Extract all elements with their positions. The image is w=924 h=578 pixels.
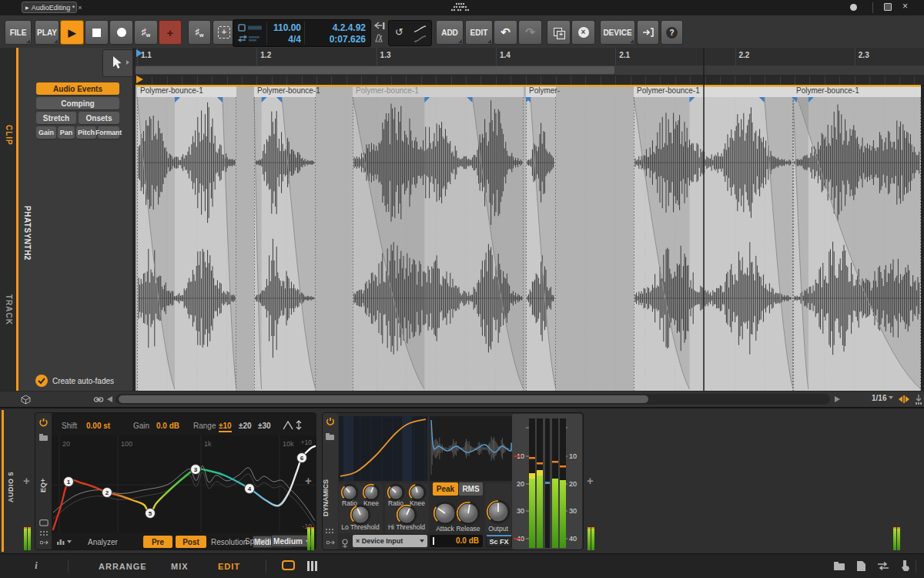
file-icon[interactable] bbox=[856, 560, 866, 572]
horizontal-scrollbar[interactable] bbox=[116, 394, 830, 405]
eq-shift-value[interactable]: 0.00 st bbox=[86, 422, 110, 430]
scroll-right-button[interactable] bbox=[835, 396, 840, 402]
undo-button[interactable]: ↶ bbox=[494, 20, 517, 45]
eq-band-node[interactable]: 2 bbox=[102, 488, 112, 498]
file-button[interactable]: FILE bbox=[5, 20, 32, 45]
audio-clip[interactable]: Polymer- bbox=[525, 85, 560, 391]
eq-remote-icon[interactable] bbox=[39, 519, 49, 526]
eq-grid-icon[interactable] bbox=[39, 530, 49, 536]
analyzer-post-button[interactable]: Post bbox=[176, 536, 206, 548]
eq-preset-folder-icon[interactable] bbox=[38, 433, 49, 442]
add-button[interactable]: ADD bbox=[436, 20, 464, 45]
play-button[interactable]: ▶ bbox=[60, 20, 84, 45]
multi-panel-layout-icon[interactable] bbox=[306, 560, 320, 572]
audio-clip[interactable]: Polymer-bounce-1 bbox=[353, 85, 524, 391]
onsets-button[interactable]: Onsets bbox=[79, 112, 119, 124]
overview-thumb[interactable] bbox=[136, 66, 614, 74]
adaptive-grid-icon[interactable] bbox=[915, 394, 922, 405]
browser-folder-icon[interactable] bbox=[833, 561, 845, 571]
link-icon[interactable] bbox=[93, 395, 104, 404]
output-knob[interactable] bbox=[487, 500, 511, 524]
eq-range-10[interactable]: ±10 bbox=[219, 422, 232, 432]
eq-curve-display[interactable]: 201001k10k+10-10125346 bbox=[52, 435, 316, 533]
window-restore-button[interactable] bbox=[884, 3, 892, 11]
eq-band-node[interactable]: 3 bbox=[191, 465, 201, 475]
play-menu-button[interactable]: PLAY bbox=[35, 20, 59, 45]
add-device-button-mid[interactable]: + bbox=[305, 474, 312, 487]
metronome-icon[interactable] bbox=[372, 33, 386, 43]
analyzer-mode-icon[interactable] bbox=[56, 536, 72, 546]
insert-device-button[interactable] bbox=[637, 20, 659, 45]
add-device-button-right[interactable]: + bbox=[587, 474, 594, 487]
eq-device[interactable]: EQ+ Shift 0.00 st Gain 0.0 dB Range ±10 … bbox=[35, 412, 316, 550]
eq-gain-value[interactable]: 0.0 dB bbox=[156, 422, 179, 430]
mappings-icon[interactable] bbox=[876, 561, 890, 571]
view-edit[interactable]: EDIT bbox=[218, 562, 240, 571]
tab-clip[interactable]: CLIP bbox=[5, 125, 13, 146]
duplicate-button[interactable]: + bbox=[547, 20, 571, 45]
clip-automation-write-button[interactable]: ♯w bbox=[188, 20, 211, 45]
layer-cube-icon[interactable] bbox=[21, 395, 31, 405]
snap-toggle-icon[interactable] bbox=[898, 395, 910, 404]
formant-button[interactable]: Formant bbox=[98, 126, 119, 139]
single-panel-layout-icon[interactable] bbox=[282, 560, 295, 570]
tool-selector-button[interactable] bbox=[102, 49, 134, 77]
eq-band-node[interactable]: 4 bbox=[245, 484, 255, 494]
loop-icon[interactable]: ↺ bbox=[395, 26, 403, 38]
scrollbar-thumb[interactable] bbox=[119, 395, 648, 403]
time-signature-value[interactable]: 4/4 bbox=[269, 34, 301, 45]
audio-clip[interactable]: Polymer-bounce-1 bbox=[254, 85, 320, 391]
fill-button[interactable]: + bbox=[159, 20, 182, 45]
redo-button[interactable]: ↷ bbox=[518, 20, 542, 45]
punch-in-icon[interactable] bbox=[372, 21, 386, 31]
audio-events-button[interactable]: Audio Events bbox=[36, 82, 119, 95]
window-minimize-button[interactable] bbox=[850, 4, 857, 11]
eq-band-node[interactable]: 1 bbox=[64, 477, 74, 487]
edit-menu-button[interactable]: EDIT bbox=[465, 20, 493, 45]
tempo-value[interactable]: 110.00 bbox=[269, 22, 301, 33]
rms-button[interactable]: RMS bbox=[459, 482, 483, 496]
audio-clip-lane[interactable]: Polymer-bounce-1Polymer-bounce-1Polymer-… bbox=[136, 85, 924, 391]
info-icon[interactable]: i bbox=[31, 560, 42, 572]
stop-button[interactable] bbox=[85, 20, 109, 45]
eq-band-node[interactable]: 6 bbox=[297, 453, 307, 463]
sidechain-input-dropdown[interactable]: × Device Input bbox=[353, 535, 427, 547]
pan-button[interactable]: Pan bbox=[58, 126, 75, 139]
fade-curve-bottom-icon[interactable] bbox=[413, 35, 427, 43]
record-button[interactable] bbox=[109, 20, 133, 45]
sc-fx-button[interactable]: Sc FX bbox=[486, 535, 512, 547]
view-arrange[interactable]: ARRANGE bbox=[99, 562, 147, 571]
gain-button[interactable]: Gain bbox=[36, 126, 56, 139]
pitch-button[interactable]: Pitch bbox=[76, 126, 96, 139]
scroll-overview[interactable] bbox=[136, 66, 924, 75]
speed-dropdown[interactable]: Medium bbox=[271, 535, 313, 547]
stretch-button[interactable]: Stretch bbox=[36, 112, 76, 124]
comping-button[interactable]: Comping bbox=[36, 97, 119, 109]
document-tab[interactable]: ▶ AudioEditing * × bbox=[22, 2, 77, 13]
playhead-cursor-triangle[interactable] bbox=[136, 49, 142, 57]
hi_threshold-knob[interactable] bbox=[397, 505, 417, 526]
timeline-ruler[interactable]: 1.11.21.31.42.12.22.3 bbox=[136, 48, 924, 66]
audio-clip[interactable]: Polymer-bounce-1 bbox=[634, 85, 793, 391]
eq-range-30[interactable]: ±30 bbox=[258, 422, 271, 430]
delete-button[interactable]: × bbox=[571, 20, 595, 45]
view-mix[interactable]: MIX bbox=[171, 562, 189, 571]
tab-close-icon[interactable]: × bbox=[78, 4, 82, 12]
add-device-button-left[interactable]: + bbox=[23, 474, 30, 487]
shuffle-icon[interactable] bbox=[238, 35, 264, 42]
eq-power-icon[interactable] bbox=[38, 418, 49, 428]
playhead-line[interactable] bbox=[703, 48, 705, 391]
lo_threshold-knob[interactable] bbox=[350, 505, 371, 526]
window-close-button[interactable]: × bbox=[902, 1, 908, 12]
audio-clip[interactable]: Polymer-bounce-1 bbox=[792, 85, 921, 391]
release-knob[interactable] bbox=[457, 502, 480, 526]
position-value[interactable]: 4.2.4.92 bbox=[307, 22, 366, 33]
loop-region-icon[interactable] bbox=[238, 24, 264, 32]
touch-pointer-icon[interactable] bbox=[899, 560, 910, 572]
sidechain-gain-display[interactable]: 0.0 dB bbox=[430, 535, 483, 547]
eq-range-20[interactable]: ±20 bbox=[239, 422, 252, 430]
grid-resolution[interactable]: 1/16 bbox=[872, 394, 893, 402]
audio-clip[interactable]: Polymer-bounce-1 bbox=[137, 85, 236, 391]
help-button[interactable]: ? bbox=[661, 20, 683, 45]
scroll-left-button[interactable] bbox=[107, 396, 112, 402]
